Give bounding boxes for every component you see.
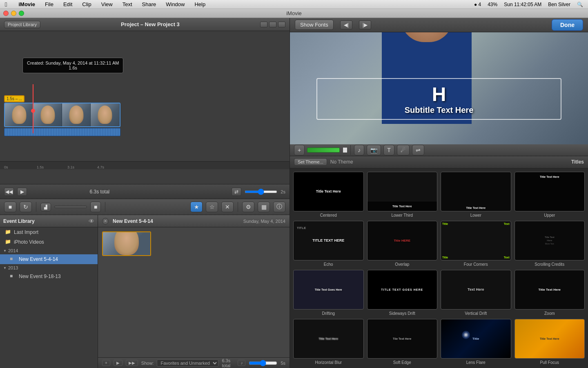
view-toggle-icon-2[interactable] bbox=[269, 22, 276, 27]
clip-view-button[interactable]: ▟ bbox=[40, 203, 51, 211]
triangle-2013: ▼ bbox=[3, 266, 7, 270]
thumb-text-overlap: Title HERE bbox=[392, 237, 412, 244]
frame-thumbnail-1 bbox=[5, 103, 33, 127]
menu-file[interactable]: File bbox=[43, 1, 55, 7]
year-row-2013[interactable]: ▼ 2013 bbox=[0, 264, 98, 272]
ruler-0s: 0s bbox=[4, 165, 8, 169]
zoom-slider[interactable] bbox=[245, 191, 277, 193]
ruler-1s5: 1.5s bbox=[37, 165, 44, 169]
fit-button[interactable]: ⇄ bbox=[232, 188, 241, 196]
thumb-preview-soft: Tile Text Here bbox=[367, 319, 438, 359]
view-toggle-icon-3[interactable] bbox=[278, 22, 285, 27]
title-thumb-sideways[interactable]: TITLE TEXT GOES HERE Sideways Drift bbox=[367, 270, 438, 316]
sidebar-item-new-event-2013[interactable]: ■ New Event 9-18-13 bbox=[0, 272, 98, 281]
title-thumb-lower[interactable]: Title Text Here Lower bbox=[441, 172, 511, 218]
action-button[interactable]: ↻ bbox=[20, 202, 32, 212]
sidebar-item-new-event-2014[interactable]: ■ New Event 5-4-14 bbox=[0, 254, 98, 264]
clip-frame-3 bbox=[62, 103, 91, 127]
menu-clip[interactable]: Clip bbox=[80, 1, 93, 7]
adjust-button[interactable]: ⚙ bbox=[242, 202, 254, 212]
menu-help[interactable]: Help bbox=[193, 1, 207, 7]
sidebar-item-last-import[interactable]: 📁 Last Import bbox=[0, 227, 98, 237]
title-thumb-lower-third[interactable]: Title Text Here Lower Third bbox=[367, 172, 438, 218]
minimize-btn[interactable] bbox=[11, 11, 16, 16]
title-thumb-scrolling[interactable]: Title Text Here More Text Scrolling Cred… bbox=[514, 221, 585, 267]
step-forward-button[interactable]: |▶ bbox=[359, 20, 371, 29]
preview-top-bar: Show Fonts ◀| |▶ Done bbox=[290, 18, 588, 32]
menu-text[interactable]: Text bbox=[121, 1, 134, 7]
view-mode-button[interactable]: ■ bbox=[4, 202, 16, 212]
music-button[interactable]: ♪ bbox=[354, 145, 364, 155]
info-button[interactable]: ⓘ bbox=[273, 202, 285, 212]
search-icon[interactable]: 🔍 bbox=[575, 2, 585, 7]
list-view-button[interactable]: ■ bbox=[90, 202, 101, 212]
title-thumb-hblur[interactable]: Title Text Here Horizontal Blur bbox=[293, 319, 364, 365]
title-thumb-drifting[interactable]: Title Text Goes Here Drifting bbox=[293, 270, 364, 316]
title-thumb-four-corners[interactable]: Title Text Title Text Four Corners bbox=[441, 221, 511, 267]
favorite-button[interactable]: ★ bbox=[190, 202, 203, 212]
clip-size-slider[interactable] bbox=[54, 206, 87, 208]
right-toolbar-sep1 bbox=[350, 145, 351, 155]
transition-button[interactable]: ⇌ bbox=[412, 145, 424, 155]
title-thumb-vertical[interactable]: Text Here Vertical Drift bbox=[441, 270, 511, 316]
folder-icon-iphoto: 📁 bbox=[5, 239, 11, 245]
remove-button[interactable]: ✕ bbox=[221, 202, 234, 212]
photo-button[interactable]: 📷 bbox=[367, 145, 381, 155]
show-label: Show: bbox=[141, 361, 154, 366]
add-clip-button[interactable]: + bbox=[294, 145, 305, 155]
title-thumb-centered[interactable]: Title Text Here Centered bbox=[293, 172, 364, 218]
menu-window[interactable]: Window bbox=[164, 1, 186, 7]
show-select[interactable]: Favorites and Unmarked All Clips Favorit… bbox=[157, 359, 218, 367]
play-button[interactable]: ▶ bbox=[17, 188, 27, 196]
title-thumb-overlap[interactable]: Title HERE Overlap bbox=[367, 221, 438, 267]
sidebar-item-label-event-2013: New Event 9-18-13 bbox=[19, 274, 61, 279]
audio-button[interactable]: ♪ bbox=[238, 360, 245, 366]
subtitle-overlay[interactable]: H Subtitle Text Here bbox=[316, 78, 561, 120]
show-fonts-button[interactable]: Show Fonts bbox=[295, 20, 334, 30]
title-thumb-upper[interactable]: Title Text Here Upper bbox=[514, 172, 585, 218]
sidebar-collapse-icon[interactable]: 👁 bbox=[89, 218, 94, 224]
title-thumb-lens[interactable]: Title Lens Flare bbox=[441, 319, 511, 365]
crop-button[interactable]: ▦ bbox=[258, 202, 270, 212]
menu-share[interactable]: Share bbox=[140, 1, 158, 7]
apple-menu[interactable]:  bbox=[3, 1, 9, 8]
year-row-2014[interactable]: ▼ 2014 bbox=[0, 247, 98, 254]
clip-label[interactable]: 1.5s – ... bbox=[4, 95, 24, 102]
titlebar: iMovie bbox=[0, 9, 588, 18]
frame-thumbnail-3 bbox=[62, 103, 90, 127]
menu-edit[interactable]: Edit bbox=[62, 1, 74, 7]
status-bar: + ▶ ▶▶ Show: Favorites and Unmarked All … bbox=[98, 357, 290, 368]
step-backward-button[interactable]: ◀| bbox=[340, 20, 352, 29]
title-thumb-echo[interactable]: TITLE TITLE TEXT HERE Echo bbox=[293, 221, 364, 267]
view-toggle-icon[interactable] bbox=[260, 22, 267, 27]
title-button[interactable]: T bbox=[383, 145, 394, 155]
map-button[interactable]: ☄ bbox=[397, 145, 410, 155]
clip-container[interactable] bbox=[4, 103, 120, 136]
event-clip-thumbnail bbox=[103, 232, 150, 255]
title-thumb-soft[interactable]: Tile Text Here Soft Edge bbox=[367, 319, 438, 365]
project-library-button[interactable]: Project Library bbox=[4, 21, 40, 28]
menubar:  iMovie File Edit Clip View Text Share … bbox=[0, 0, 588, 9]
event-clip-item[interactable] bbox=[102, 231, 151, 256]
title-thumb-pull[interactable]: Title Text Here Pull Focus bbox=[514, 319, 585, 365]
done-button[interactable]: Done bbox=[552, 19, 583, 31]
left-panel: Project Library Project – New Project 3 … bbox=[0, 18, 290, 368]
rewind-button[interactable]: ◀◀ bbox=[4, 188, 14, 196]
event-icon-2014: ■ bbox=[10, 256, 16, 263]
skip-status-button[interactable]: ▶▶ bbox=[126, 360, 138, 366]
sidebar-item-iphoto[interactable]: 📁 iPhoto Videos bbox=[0, 237, 98, 247]
thumb-scroll-line3: More Text bbox=[545, 242, 554, 245]
play-status-button[interactable]: ▶ bbox=[114, 360, 122, 366]
app-name[interactable]: iMovie bbox=[17, 1, 36, 7]
tooltip-line1: Created: Sunday, May 4, 2014 at 11:32:11… bbox=[27, 61, 119, 65]
menu-view[interactable]: View bbox=[100, 1, 114, 7]
volume-slider[interactable] bbox=[249, 360, 277, 366]
add-media-button[interactable]: + bbox=[102, 360, 110, 366]
event-close-button[interactable]: ✕ bbox=[102, 218, 109, 224]
title-thumb-zoom[interactable]: Title Text Here Zoom bbox=[514, 270, 585, 316]
maximize-btn[interactable] bbox=[19, 11, 24, 16]
set-theme-button[interactable]: Set Theme... bbox=[294, 158, 327, 166]
close-btn[interactable] bbox=[3, 11, 9, 16]
reject-button[interactable]: ☆ bbox=[206, 202, 218, 212]
thumb-preview-scrolling: Title Text Here More Text bbox=[514, 221, 585, 260]
